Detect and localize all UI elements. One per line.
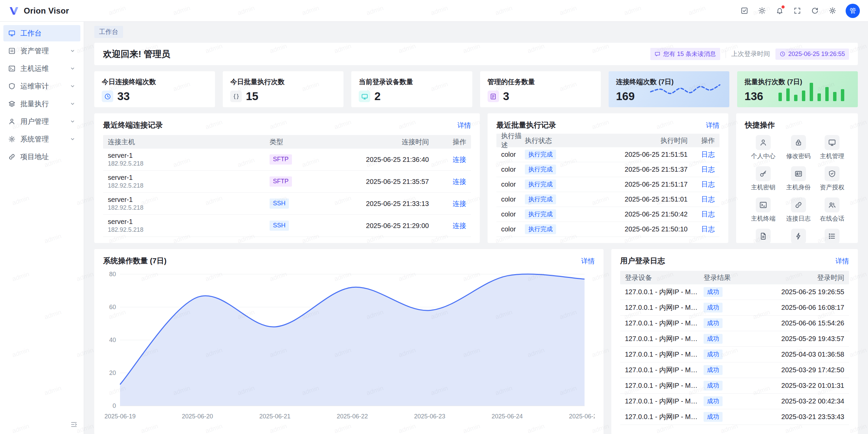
log-link[interactable]: 日志 — [701, 151, 715, 158]
connect-time: 2025-06-25 21:35:57 — [320, 178, 429, 186]
stat-value: 2 — [374, 90, 380, 103]
quick-action-label: 资产授权 — [820, 183, 844, 191]
log-link[interactable]: 日志 — [701, 210, 715, 218]
log-link[interactable]: 日志 — [701, 166, 715, 173]
unread-messages-badge[interactable]: 您有 15 条未读消息 — [650, 48, 720, 60]
gear-icon — [8, 135, 16, 143]
svg-text:2025-06-19: 2025-06-19 — [104, 413, 136, 420]
menu-fold-icon — [70, 421, 78, 428]
login-logs-detail-link[interactable]: 详情 — [835, 257, 849, 266]
exec-desc: color — [501, 195, 525, 203]
connect-link[interactable]: 连接 — [453, 222, 466, 229]
svg-text:0: 0 — [113, 402, 116, 409]
connect-link[interactable]: 连接 — [453, 156, 466, 163]
main-content: 工作台 欢迎回来! 管理员 您有 15 条未读消息 上次登录时间 2025-06… — [84, 22, 868, 434]
quick-action-file-op-logs[interactable]: 文件操作日志 — [745, 227, 782, 243]
chevron-down-icon — [70, 65, 76, 72]
file-icon — [756, 229, 771, 243]
sidebar-item-label: 工作台 — [20, 29, 42, 38]
user-icon — [756, 135, 771, 150]
sidebar-item-label: 运维审计 — [20, 81, 49, 91]
sidebar-item-system-mgmt[interactable]: 系统管理 — [3, 131, 80, 147]
quick-action-host-terminal[interactable]: 主机终端 — [745, 196, 782, 224]
notification-bell-icon[interactable] — [772, 4, 787, 18]
quick-action-command-exec[interactable]: 命令执行 — [782, 227, 815, 243]
host-name: server-1 — [108, 218, 270, 226]
chart-detail-link[interactable]: 详情 — [581, 257, 595, 266]
table-row: color 执行完成 2025-06-25 21:51:51 日志 — [496, 147, 719, 162]
sidebar-item-project-url[interactable]: 项目地址 — [3, 149, 80, 165]
notification-dot — [782, 5, 785, 8]
logo-icon — [8, 5, 20, 17]
host-ip: 182.92.5.218 — [108, 226, 270, 233]
exec-desc: color — [501, 181, 525, 188]
welcome-meta: 您有 15 条未读消息 上次登录时间 2025-06-25 19:26:55 — [650, 48, 849, 60]
app-logo: Orion Visor — [8, 5, 69, 17]
chevron-down-icon — [70, 83, 76, 89]
sidebar-item-workbench[interactable]: 工作台 — [3, 25, 80, 41]
log-link[interactable]: 日志 — [701, 195, 715, 203]
stat-value: 169 — [616, 90, 635, 103]
login-device: 127.0.0.1 - 内网IP - Mozilla/5.0 (Windows … — [625, 303, 704, 312]
sidebar-item-label: 资产管理 — [20, 46, 49, 56]
settings-gear-icon[interactable] — [825, 4, 840, 18]
quick-action-exec-logs[interactable]: 执行日志 — [815, 227, 849, 243]
user-avatar[interactable]: 管 — [846, 4, 860, 18]
col-header-desc: 执行描述 — [501, 131, 525, 150]
users-icon — [825, 197, 840, 212]
host-ops-icon — [8, 65, 16, 72]
shield-check-icon — [825, 166, 840, 181]
quick-action-label: 主机密钥 — [751, 183, 775, 191]
quick-action-host-keys[interactable]: 主机密钥 — [745, 165, 782, 193]
stat-label: 当前登录设备数量 — [359, 77, 465, 87]
device-monitor-icon — [359, 91, 370, 102]
audit-shield-icon — [8, 82, 16, 90]
fullscreen-icon[interactable] — [790, 4, 804, 18]
col-header-device: 登录设备 — [625, 273, 704, 282]
quick-action-change-password[interactable]: 修改密码 — [782, 134, 815, 162]
quick-action-connection-logs[interactable]: 连接日志 — [782, 196, 815, 224]
sidebar-item-ops-audit[interactable]: 运维审计 — [3, 78, 80, 94]
host-ip: 182.92.5.218 — [108, 160, 270, 167]
status-badge: 执行完成 — [525, 194, 556, 204]
terminal-records-detail-link[interactable]: 详情 — [457, 121, 471, 130]
svg-text:2025-06-22: 2025-06-22 — [337, 413, 368, 420]
sidebar-item-batch-exec[interactable]: 批量执行 — [3, 96, 80, 112]
login-time: 2025-06-06 16:08:17 — [748, 304, 844, 312]
svg-text:20: 20 — [109, 370, 116, 376]
quick-action-host-identity[interactable]: 主机身份 — [782, 165, 815, 193]
batch-records-detail-link[interactable]: 详情 — [706, 121, 719, 130]
result-badge: 成功 — [704, 334, 723, 344]
stat-value: 33 — [117, 90, 130, 103]
login-time: 2025-03-29 17:42:50 — [748, 366, 844, 374]
breadcrumb[interactable]: 工作台 — [94, 26, 123, 38]
log-link[interactable]: 日志 — [701, 225, 715, 233]
monitor-icon — [825, 135, 840, 150]
quick-action-personal-center[interactable]: 个人中心 — [745, 134, 782, 162]
connect-link[interactable]: 连接 — [453, 178, 466, 185]
col-header-time: 连接时间 — [320, 137, 429, 147]
login-time: 2025-03-22 01:01:31 — [748, 382, 844, 390]
refresh-icon[interactable] — [808, 4, 822, 18]
exec-desc: color — [501, 225, 525, 233]
sidebar-collapse-button[interactable] — [68, 419, 80, 431]
quick-action-online-sessions[interactable]: 在线会话 — [815, 196, 849, 224]
stat-card-terminal-7d: 连接终端次数 (7日) 169 — [609, 71, 729, 107]
sidebar-item-assets[interactable]: 资产管理 — [3, 43, 80, 59]
sidebar-item-host-ops[interactable]: 主机运维 — [3, 60, 80, 77]
log-link[interactable]: 日志 — [701, 181, 715, 188]
sidebar: 工作台 资产管理 主机运维 运维审计 批量执行 用户管理 — [0, 22, 84, 434]
quick-action-host-mgmt[interactable]: 主机管理 — [815, 134, 849, 162]
check-square-icon[interactable] — [737, 4, 751, 18]
result-badge: 成功 — [704, 365, 723, 375]
asset-icon — [8, 47, 16, 55]
quick-action-asset-auth[interactable]: 资产授权 — [815, 165, 849, 193]
status-badge: 执行完成 — [525, 180, 556, 189]
sidebar-item-user-mgmt[interactable]: 用户管理 — [3, 113, 80, 130]
connect-link[interactable]: 连接 — [453, 200, 466, 207]
theme-sun-icon[interactable] — [755, 4, 769, 18]
col-header-type: 类型 — [270, 137, 320, 147]
mid-row: 最近终端连接记录 详情 连接主机 类型 连接时间 操作 server-1182.… — [94, 113, 858, 243]
table-row: 127.0.0.1 - 内网IP - Mozilla/5.0 (Windows … — [620, 331, 849, 347]
login-device: 127.0.0.1 - 内网IP - Mozilla/5.0 (Windows … — [625, 365, 704, 375]
